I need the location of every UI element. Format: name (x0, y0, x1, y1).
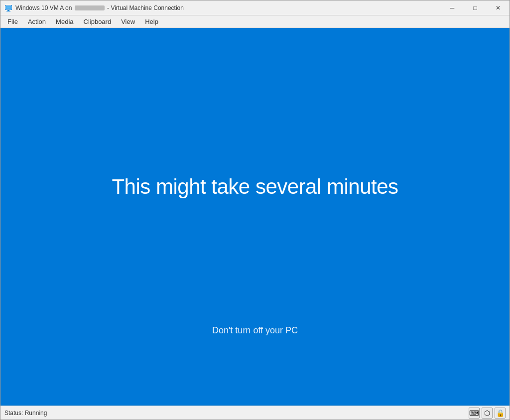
svg-rect-4 (6, 6, 11, 9)
close-button[interactable]: ✕ (487, 0, 510, 15)
svg-rect-2 (6, 11, 10, 11)
menu-help[interactable]: Help (140, 16, 163, 27)
title-bar: Windows 10 VM A on - Virtual Machine Con… (0, 0, 510, 15)
keyboard-icon[interactable]: ⌨ (469, 408, 480, 419)
maximize-button[interactable]: □ (464, 0, 487, 15)
menu-view[interactable]: View (116, 16, 140, 27)
menu-media[interactable]: Media (51, 16, 78, 27)
main-message: This might take several minutes (112, 175, 398, 199)
status-icons: ⌨ ⬡ 🔒 (469, 408, 506, 419)
menu-clipboard[interactable]: Clipboard (79, 16, 117, 27)
status-text: Status: Running (4, 410, 47, 417)
main-window: Windows 10 VM A on - Virtual Machine Con… (0, 0, 510, 420)
sub-message: Don't turn off your PC (212, 325, 298, 336)
menu-file[interactable]: File (2, 16, 23, 27)
title-bar-left: Windows 10 VM A on - Virtual Machine Con… (4, 4, 184, 12)
usb-icon[interactable]: ⬡ (482, 408, 493, 419)
status-bar: Status: Running ⌨ ⬡ 🔒 (0, 406, 510, 420)
svg-rect-1 (7, 10, 9, 11)
lock-icon[interactable]: 🔒 (495, 408, 506, 419)
vm-icon (4, 4, 12, 12)
title-redacted (75, 5, 105, 10)
menu-bar: File Action Media Clipboard View Help (0, 15, 510, 28)
vm-screen[interactable]: This might take several minutes Don't tu… (0, 28, 510, 406)
menu-action[interactable]: Action (23, 16, 51, 27)
window-controls: ─ □ ✕ (441, 0, 510, 15)
minimize-button[interactable]: ─ (441, 0, 464, 15)
title-text: Windows 10 VM A on - Virtual Machine Con… (15, 4, 184, 11)
